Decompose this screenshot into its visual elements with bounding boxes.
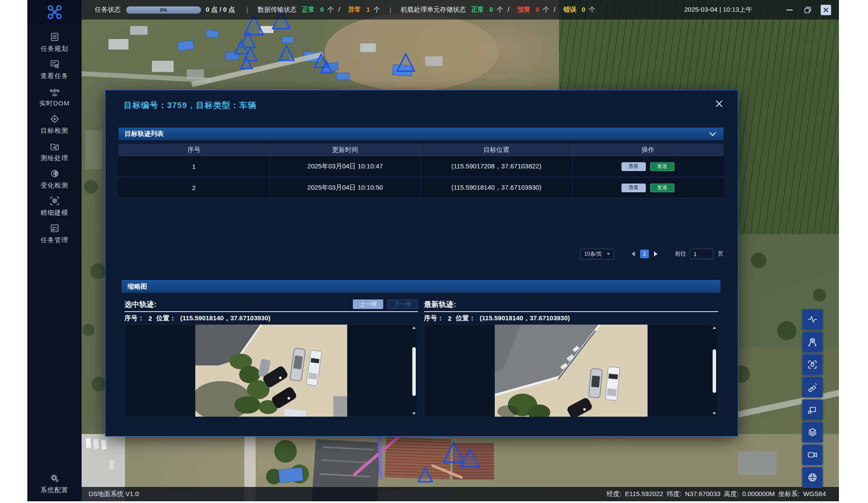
sidebar-item-label: 测绘处理 [41, 154, 69, 162]
bottom-status-bar: DS地面系统 V1.0 经度: E115.592022 纬度: N37.6700… [82, 487, 839, 501]
storage-error-label: 错误 [563, 6, 576, 13]
pos-value: (115.59018140，37.67103930) [480, 314, 570, 322]
latest-track-info: 序号： 2 位置： (115.59018140，37.67103930) [424, 312, 718, 324]
app-logo [27, 0, 82, 24]
capture-tool-button[interactable] [802, 354, 823, 375]
task-points: 0 点 / 0 点 [206, 6, 235, 14]
selected-track-photo-panel [125, 324, 418, 417]
layers-tool-button[interactable] [802, 422, 823, 443]
datetime-label: 2025-03-04 | 10:13上午 [684, 6, 753, 14]
map-toolbar [802, 309, 822, 488]
transfer-abnormal-label: 异常 [348, 6, 361, 13]
storage-normal-count: 0 [490, 6, 493, 13]
col-header-position: 目标位置 [421, 144, 572, 156]
alt-value: 0.000000M [742, 490, 775, 498]
lat-value: N37.670033 [685, 490, 720, 498]
scrollbar-thumb[interactable] [713, 349, 716, 393]
sidebar-item-fine-modeling[interactable]: 精细建模 [27, 193, 82, 220]
crs-label: 坐标系: [778, 490, 799, 498]
seq-label: 序号： [125, 314, 144, 322]
send-button[interactable]: 发送 [650, 162, 674, 171]
sidebar-item-label: 任务管理 [41, 236, 69, 244]
task-progress-value: 0% [160, 7, 167, 13]
lat-label: 纬度: [667, 490, 681, 498]
sidebar-item-view-task[interactable]: 查看任务 [27, 56, 82, 83]
sidebar-item-mission-plan[interactable]: 任务规划 [27, 29, 82, 56]
sidebar-item-label: 变化检测 [41, 181, 69, 190]
task-progress-bar: 0% [126, 6, 201, 14]
change-detect-icon [49, 168, 60, 179]
area-measure-tool-button[interactable] [802, 399, 823, 420]
sidebar-item-label: 目标检测 [41, 127, 69, 135]
minimize-button[interactable] [784, 5, 795, 15]
video-tool-button[interactable] [802, 444, 823, 465]
pagination: 10条/页 1 前往 页 [580, 248, 723, 260]
sidebar-item-realtime-dom[interactable]: 实时DOM [27, 83, 82, 111]
view-button[interactable]: 查看 [621, 162, 646, 171]
cell-index: 2 [118, 178, 270, 198]
sidebar-item-system-config[interactable]: 系统配置 [27, 473, 82, 494]
coordinates-readout: 经度: E115.592022 纬度: N37.670033 高度: 0.000… [607, 490, 839, 498]
globe-tool-button[interactable] [802, 467, 823, 488]
modal-close-button[interactable] [713, 98, 725, 109]
view-button[interactable]: 查看 [621, 184, 646, 192]
model-3d-tool-button[interactable] [802, 332, 823, 352]
scrollbar-thumb[interactable] [412, 347, 416, 396]
cell-position: (115.59018140，37.67103930) [421, 178, 572, 198]
sidebar-item-change-detect[interactable]: 变化检测 [27, 165, 82, 193]
separator: | [390, 6, 391, 13]
scroll-down-arrow[interactable] [713, 412, 716, 415]
data-transfer-group: 数据传输状态 正常 0 个 / 异常 1 个 [257, 6, 380, 14]
scroll-up-arrow[interactable] [713, 326, 716, 329]
page-unit-label: 页 [718, 250, 723, 258]
next-page-button[interactable] [654, 251, 658, 256]
sidebar-item-label: 精细建模 [41, 209, 69, 217]
cell-time: 2025年03月04日 10:10:50 [270, 178, 421, 198]
col-header-time: 更新时间 [270, 144, 421, 156]
activity-tool-button[interactable] [802, 309, 823, 330]
col-header-index: 序号 [118, 144, 270, 156]
goto-page-input[interactable] [690, 249, 713, 259]
thumbnail-nav-buttons: 上一张 下一张 [353, 299, 418, 309]
sidebar-item-target-detect[interactable]: 目标检测 [27, 111, 82, 138]
seq-value: 2 [148, 315, 152, 322]
measure-tool-button[interactable] [802, 377, 823, 398]
page-size-select[interactable]: 10条/页 [580, 249, 614, 260]
send-button[interactable]: 发送 [650, 184, 674, 192]
realtime-dom-icon [49, 86, 60, 97]
track-table: 序号 更新时间 目标位置 操作 1 2025年03月04日 10:10:47 (… [118, 144, 723, 199]
unit-label: 个 [589, 6, 595, 13]
video-icon [807, 450, 818, 460]
area-measure-icon [807, 404, 818, 415]
scroll-up-arrow[interactable] [412, 326, 416, 329]
scroll-down-arrow[interactable] [412, 412, 416, 415]
collapse-chevron[interactable] [709, 131, 717, 137]
current-page-button[interactable]: 1 [640, 250, 649, 258]
next-image-button[interactable]: 下一张 [388, 299, 418, 309]
storage-normal-label: 正常 [471, 6, 484, 13]
prev-image-button[interactable]: 上一张 [353, 299, 383, 309]
latest-track-photo [495, 325, 648, 417]
photo-scrollbar [411, 325, 417, 416]
window-controls-group: 2025-03-04 | 10:13上午 [684, 5, 839, 15]
prev-page-button[interactable] [631, 251, 635, 256]
cell-index: 1 [118, 156, 270, 177]
track-list-panel-header[interactable]: 目标轨迹列表 [118, 128, 723, 140]
sidebar-item-task-manage[interactable]: 任务管理 [27, 220, 82, 247]
table-row: 2 2025年03月04日 10:10:50 (115.59018140，37.… [118, 178, 723, 199]
seq-label: 序号： [424, 314, 444, 322]
cell-actions: 查看 发送 [572, 156, 724, 177]
window-close-button[interactable] [821, 5, 831, 15]
mission-plan-icon [49, 32, 60, 42]
unit-label: 个 [542, 6, 549, 13]
restore-button[interactable] [802, 5, 813, 15]
transfer-normal-label: 正常 [302, 6, 315, 13]
storage-status-label: 机载处理单元存储状态 [401, 6, 466, 13]
pos-value: (115.59018140，37.67103930) [180, 314, 270, 322]
latest-track-label: 最新轨迹: [424, 299, 456, 309]
separator: / [507, 6, 509, 13]
drone-logo-icon [47, 4, 62, 20]
layers-icon [807, 427, 818, 437]
latest-track-header: 最新轨迹: [424, 297, 718, 312]
sidebar-item-mapping-process[interactable]: 测绘处理 [27, 138, 82, 165]
